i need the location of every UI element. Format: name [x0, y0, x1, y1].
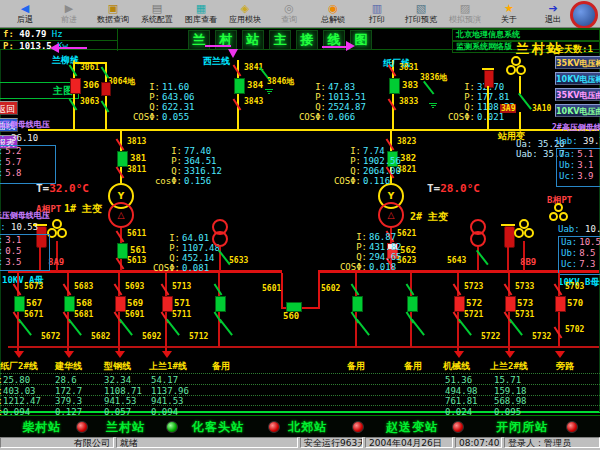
toolbar-button-退出[interactable]: ➔退出: [531, 0, 575, 28]
system-config-icon: ▤: [152, 3, 162, 14]
label: 3831: [399, 63, 418, 72]
toolbar-button-图库查看[interactable]: ▦图库查看: [179, 0, 223, 28]
meas-value: 2524.87: [328, 102, 366, 112]
toolbar-button-打印[interactable]: ▥打印: [355, 0, 399, 28]
flow-arrow-icon: [228, 49, 238, 58]
breaker-383[interactable]: [389, 78, 400, 94]
feeder-name-备用: 备用: [347, 360, 365, 373]
toolbar-button-前进[interactable]: ▶前进: [47, 0, 91, 28]
bypass-switch-5672[interactable]: [18, 319, 32, 336]
feeder-name-纸厂2#线: 纸厂2#线: [0, 360, 38, 373]
toolbar-button-系统配置[interactable]: ▤系统配置: [135, 0, 179, 28]
station-button-兰村站[interactable]: 兰村站: [106, 419, 145, 436]
meas-value: 0.156: [184, 176, 211, 186]
measurement-row: P:1902.56: [323, 156, 401, 166]
feeder-name-机械线: 机械线: [443, 360, 470, 373]
side-button-35KV电压棒图[interactable]: 35KV电压棒图: [555, 56, 600, 69]
line: [519, 112, 521, 130]
bypass-switch-spare[interactable]: [411, 319, 425, 336]
arrester-tag: 8B9: [520, 257, 536, 267]
breaker-570[interactable]: [555, 296, 566, 312]
bypass-switch-5722[interactable]: [458, 319, 472, 336]
bypass-switch-5732[interactable]: [509, 319, 523, 336]
voltage-row: Uc:7.3: [559, 259, 600, 270]
breaker-label-560: 560: [283, 311, 299, 321]
ground-icon: [431, 105, 436, 106]
meas-label: COSΦ:: [142, 263, 180, 273]
flow-arrow-icon: [505, 351, 515, 358]
meas-label: P:: [437, 92, 475, 102]
breaker-spare[interactable]: [352, 296, 363, 312]
measurement-row: I:11.60: [122, 82, 195, 92]
toolbar-button-应用模块[interactable]: ◈应用模块: [223, 0, 267, 28]
station-button-化客头站[interactable]: 化客头站: [192, 419, 244, 436]
station-button-柴村站[interactable]: 柴村站: [22, 419, 61, 436]
breaker-306[interactable]: [70, 78, 81, 94]
toolbar-button-label: 系统配置: [141, 14, 173, 25]
measurement-row: P:364.51: [144, 156, 222, 166]
breaker-spare[interactable]: [407, 296, 418, 312]
flow-arrow-tail: [205, 45, 231, 47]
feeder-value: 0.094: [151, 407, 178, 417]
title-char: 主: [269, 30, 291, 50]
station-led-开闭所站: [566, 421, 578, 433]
title-char: 站: [242, 30, 264, 50]
bypass-switch-5712[interactable]: [166, 319, 180, 336]
status-cell: 登录人：管理员: [504, 437, 600, 448]
uab-part: 10.53: [6, 222, 39, 232]
bypass-switch-spare[interactable]: [219, 319, 233, 336]
voltage-part: 8.5: [579, 248, 595, 259]
toolbar-button-后退[interactable]: ◀后退: [3, 0, 47, 28]
toolbar-button-查询[interactable]: ◎查询: [267, 0, 311, 28]
measurement-row: I:47.83: [288, 82, 366, 92]
ground-icon: [429, 103, 437, 104]
breaker-spare[interactable]: [215, 296, 226, 312]
station-button-开闭所站[interactable]: 开闭所站: [496, 419, 548, 436]
measurement-row: I:86.87: [329, 232, 402, 242]
meas-value: 64.01: [182, 233, 209, 243]
feeder-line-型钢线: [118, 273, 120, 355]
pt-icon: [514, 228, 524, 238]
side-button-35KV电压曲线[interactable]: 35KV电压曲线: [555, 88, 600, 101]
measurements-lv-1# 主变: I:64.01P:1107.48Q:452.14COSΦ:0.081: [142, 233, 220, 273]
voltage-row: Ua:5.1: [557, 149, 600, 160]
map-button[interactable]: 主图: [0, 82, 79, 99]
bypass-switch-5692[interactable]: [119, 319, 133, 336]
flow-arrow-icon: [50, 43, 59, 53]
label: 5713: [172, 282, 191, 291]
station-button-北郊站[interactable]: 北郊站: [288, 419, 327, 436]
side-button-10KV电压棒图[interactable]: 10KV电压棒图: [555, 72, 600, 85]
power-label: P:: [3, 41, 14, 51]
line-name-兰柳线: 兰柳线: [52, 54, 79, 67]
switch-3A9[interactable]: [518, 93, 532, 110]
feeder-line-上兰1#线: [165, 273, 167, 355]
feeder-name-备用: 备用: [404, 360, 422, 373]
toolbar-button-label: 关于: [501, 14, 517, 25]
flow-arrow-icon: [555, 351, 565, 358]
flow-arrow-icon: [14, 351, 24, 358]
voltage-row: Uc:3.5: [0, 257, 49, 268]
toolbar-button-关于[interactable]: ★关于: [487, 0, 531, 28]
bypass-switch-spare[interactable]: [356, 319, 370, 336]
exit-icon: ➔: [548, 3, 557, 14]
bypass-switch-5682[interactable]: [68, 319, 82, 336]
voltage-part: 5.7: [5, 157, 21, 168]
label: 570: [567, 298, 583, 308]
toolbar-button-label: 前进: [61, 14, 77, 25]
search-icon: ◎: [284, 3, 294, 14]
toolbar-button-数据查询[interactable]: ▣数据查询: [91, 0, 135, 28]
meas-label: cosΦ:: [144, 176, 182, 186]
uab-part: 36.10: [6, 133, 39, 143]
bus-uab-value: Uab: 36.10: [0, 133, 38, 143]
breaker-384[interactable]: [234, 78, 245, 94]
toolbar-button-模拟预演[interactable]: ▨模拟预演: [443, 0, 487, 28]
toolbar-button-打印预览[interactable]: ▧打印预览: [399, 0, 443, 28]
arrester-icon: [504, 226, 515, 248]
meas-value: 452.14: [182, 253, 215, 263]
side-button-10KV电压曲线[interactable]: 10KV电压曲线: [555, 104, 600, 117]
meas-label: Q:: [144, 166, 182, 176]
toolbar-button-总解锁[interactable]: ◉总解锁: [311, 0, 355, 28]
globe-icon[interactable]: [570, 1, 598, 29]
station-button-赵送变站[interactable]: 赵送变站: [386, 419, 438, 436]
left-panel-button-返回[interactable]: 返回: [0, 101, 18, 115]
